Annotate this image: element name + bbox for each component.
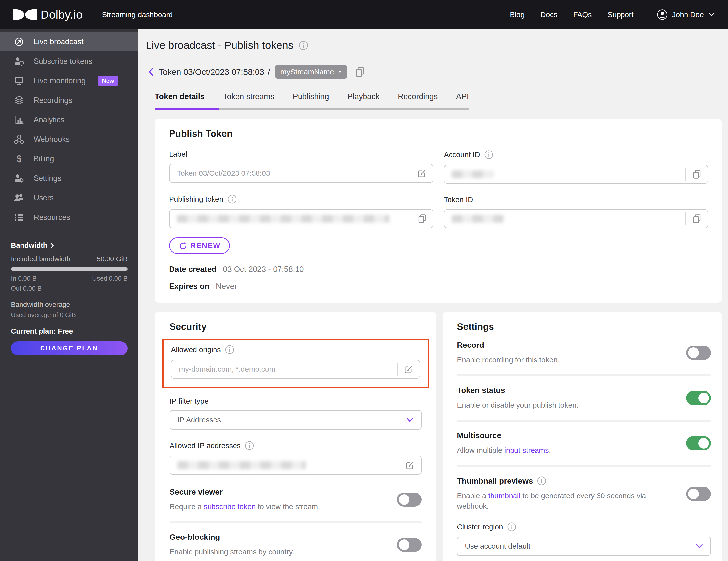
allowed-ip-input[interactable] [170, 456, 422, 475]
new-badge: New [98, 76, 118, 86]
live-broadcast-icon [13, 36, 25, 47]
thumbnail-previews-info-icon[interactable] [537, 476, 546, 486]
page-title-info-icon[interactable] [299, 41, 308, 50]
thumbnail-link[interactable]: thumbnail [488, 492, 520, 500]
thumbnail-previews-label: Thumbnail previews [457, 476, 533, 486]
tab-publishing[interactable]: Publishing [293, 92, 329, 102]
divider [170, 521, 422, 523]
sidebar-item-resources[interactable]: Resources [0, 208, 138, 227]
back-chevron-icon[interactable] [148, 67, 154, 76]
tab-token-streams[interactable]: Token streams [223, 92, 274, 102]
renew-button[interactable]: RENEW [169, 237, 230, 254]
sidebar-item-label: Live broadcast [34, 37, 84, 46]
sidebar-item-subscribe-tokens[interactable]: Subscribe tokens [0, 51, 138, 71]
publishing-token-input[interactable] [169, 209, 433, 228]
sidebar-item-recordings[interactable]: Recordings [0, 90, 138, 110]
current-plan: Current plan: Free [11, 327, 128, 335]
tab-api[interactable]: API [456, 92, 469, 102]
geo-blocking-row: Geo-blocking Enable publishing streams b… [170, 533, 422, 557]
sidebar-item-users[interactable]: Users [0, 188, 138, 208]
dolby-logo[interactable]: Dolby.io [13, 8, 83, 21]
edit-allowed-origins-icon[interactable] [398, 360, 420, 378]
included-bandwidth-value: 50.00 GiB [97, 255, 128, 263]
cluster-region-info-icon[interactable] [507, 522, 516, 532]
cluster-region-label: Cluster region [457, 523, 503, 531]
sidebar-item-analytics[interactable]: Analytics [0, 110, 138, 129]
edit-label-icon[interactable] [411, 164, 433, 182]
user-name: John Doe [672, 10, 704, 19]
sidebar-divider [0, 235, 138, 235]
security-title: Security [170, 322, 422, 332]
token-status-toggle[interactable] [686, 391, 711, 405]
nav-support[interactable]: Support [607, 10, 633, 19]
subscribe-tokens-icon [13, 56, 25, 67]
publish-token-card: Publish Token Label Token 03/Oct/2023 07… [155, 119, 722, 303]
webhooks-icon [13, 134, 25, 145]
security-card: Security Allowed origins my-domain.com, … [155, 312, 436, 561]
multisource-row: Multisource Allow multiple input streams… [457, 431, 711, 455]
user-menu[interactable]: John Doe [657, 9, 715, 20]
tab-playback[interactable]: Playback [347, 92, 380, 102]
label-input[interactable]: Token 03/Oct/2023 07:58:03 [169, 164, 433, 183]
tab-token-details[interactable]: Token details [155, 92, 205, 102]
allowed-ip-info-icon[interactable] [245, 441, 254, 450]
bandwidth-progress-bar [11, 267, 128, 271]
nav-docs[interactable]: Docs [540, 10, 557, 19]
bandwidth-title-label: Bandwidth [11, 241, 47, 250]
change-plan-button[interactable]: CHANGE PLAN [11, 341, 128, 355]
sidebar-item-settings[interactable]: Settings [0, 169, 138, 188]
geo-blocking-toggle[interactable] [397, 538, 422, 552]
allowed-origins-input[interactable]: my-domain.com, *.demo.com [171, 360, 420, 379]
thumbnail-previews-row: Thumbnail previews Enable a thumbnail to… [457, 476, 711, 511]
copy-publishing-token-icon[interactable] [411, 210, 433, 228]
multisource-toggle[interactable] [686, 436, 711, 450]
allowed-origins-label: Allowed origins [171, 345, 221, 354]
token-id-input[interactable] [444, 209, 708, 228]
chevron-right-icon [50, 242, 54, 249]
copy-account-id-icon[interactable] [686, 165, 708, 183]
input-streams-link[interactable]: input streams [504, 446, 549, 454]
account-id-input[interactable] [444, 165, 708, 184]
bandwidth-title[interactable]: Bandwidth [11, 241, 128, 250]
caret-down-icon [338, 71, 342, 73]
record-row: Record Enable recording for this token. [457, 341, 711, 365]
bandwidth-in: In 0.00 B [11, 275, 37, 282]
included-bandwidth-label: Included bandwidth [11, 255, 70, 263]
nav-faqs[interactable]: FAQs [573, 10, 592, 19]
date-created-value: 03 Oct 2023 - 07:58:10 [223, 265, 304, 274]
ip-filter-type-select[interactable]: IP Addresses [170, 410, 422, 430]
chevron-down-icon [708, 12, 715, 17]
stream-name-dropdown[interactable]: myStreamName [275, 65, 347, 79]
cluster-region-select[interactable]: Use account default [457, 537, 711, 556]
breadcrumb-token-name[interactable]: Token 03/Oct/2023 07:58:03 [159, 67, 264, 77]
edit-allowed-ip-icon[interactable] [399, 456, 421, 474]
sidebar-item-label: Subscribe tokens [34, 57, 92, 66]
publishing-token-info-icon[interactable] [227, 194, 237, 204]
date-created-label: Date created [169, 265, 216, 274]
bandwidth-used: Used 0.00 B [92, 275, 128, 282]
subscribe-token-link[interactable]: subscribe token [204, 502, 256, 511]
copy-token-id-icon[interactable] [686, 210, 708, 228]
sidebar-item-live-monitoring[interactable]: Live monitoring New [0, 71, 138, 90]
copy-stream-name-icon[interactable] [354, 66, 365, 78]
record-toggle[interactable] [686, 346, 711, 360]
thumbnail-previews-toggle[interactable] [686, 487, 711, 501]
nav-blog[interactable]: Blog [510, 10, 525, 19]
sidebar-item-live-broadcast[interactable]: Live broadcast [0, 32, 138, 51]
allowed-origins-info-icon[interactable] [225, 345, 234, 354]
secure-viewer-toggle[interactable] [397, 493, 422, 507]
geo-blocking-label: Geo-blocking [170, 533, 387, 542]
chevron-down-icon [406, 417, 414, 422]
record-label: Record [457, 341, 676, 350]
bandwidth-overage-detail: Used overage of 0 GiB [11, 311, 128, 319]
secure-viewer-row: Secure viewer Require a subscribe token … [170, 487, 422, 512]
header-divider [645, 8, 645, 22]
sidebar-item-webhooks[interactable]: Webhooks [0, 129, 138, 149]
tab-recordings[interactable]: Recordings [398, 92, 438, 102]
resources-icon [13, 212, 25, 223]
account-id-info-icon[interactable] [484, 150, 493, 159]
allowed-ip-label: Allowed IP addresses [170, 441, 241, 450]
redacted-token-id [452, 215, 504, 223]
publish-token-title: Publish Token [169, 129, 708, 139]
sidebar-item-billing[interactable]: $ Billing [0, 149, 138, 169]
